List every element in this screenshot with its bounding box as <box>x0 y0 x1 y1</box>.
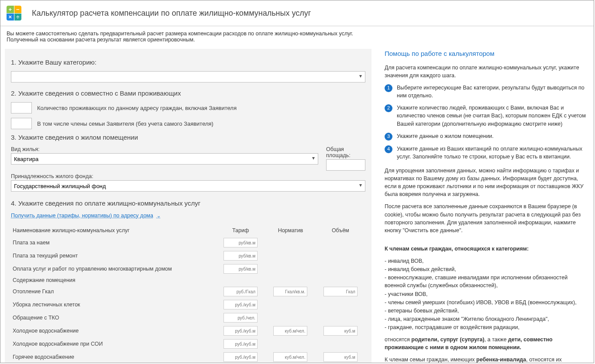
family-label: В том числе члены семьи Заявителя (без у… <box>37 120 213 127</box>
help-step: 4Укажите данные из Ваших квитанций по оп… <box>385 145 587 161</box>
col-volume: Объём <box>316 225 365 236</box>
header: +−×÷ Калькулятор расчета компенсации по … <box>0 0 594 26</box>
col-name: Наименование жилищно-коммунальных услуг <box>11 225 216 236</box>
form-panel: 1. Укажите Вашу категорию: 2. Укажите св… <box>5 49 371 363</box>
step-badge: 2 <box>385 104 392 112</box>
residents-input[interactable] <box>11 102 32 113</box>
service-name: Оплата услуг и работ по управлению много… <box>11 262 216 275</box>
help-step: 3Укажите данные о жилом помещении. <box>385 132 587 141</box>
tariff-input[interactable] <box>224 251 258 261</box>
step-badge: 3 <box>385 133 392 141</box>
step1-title: 1. Укажите Вашу категорию: <box>11 58 365 66</box>
tariff-input[interactable] <box>224 352 258 362</box>
help-step: 1Выберите интересующие Вас категории, ре… <box>385 84 587 100</box>
residents-label: Количество проживающих по данному адресу… <box>37 105 237 111</box>
category-select[interactable] <box>11 71 365 82</box>
tariff-input[interactable] <box>224 264 258 274</box>
fund-label: Принадлежность жилого фонда: <box>11 173 365 179</box>
tariff-input[interactable] <box>224 238 258 247</box>
volume-input[interactable] <box>323 352 358 362</box>
norm-input[interactable] <box>273 287 307 296</box>
service-name: Содержание помещения <box>11 275 216 285</box>
help-intro: Для расчета компенсации по оплате жилищн… <box>385 64 587 79</box>
step2-title: 2. Укажите сведения о совместно с Вами п… <box>11 89 365 97</box>
table-row: Оплата услуг и работ по управлению много… <box>11 262 365 275</box>
service-name: Горячее водоснабжение <box>11 350 216 363</box>
step4-title: 4. Укажите сведения по оплате жилищно-ко… <box>11 199 365 207</box>
table-row: Горячее водоснабжение <box>11 350 365 363</box>
table-row: Плата за наем <box>11 236 365 249</box>
service-name: Обращение с ТКО <box>11 311 216 324</box>
norm-input[interactable] <box>273 352 307 362</box>
help-step: 2Укажите количество людей, проживающих с… <box>385 104 587 127</box>
step3-title: 3. Укажите сведения о жилом помещении <box>11 134 365 141</box>
step-badge: 1 <box>385 84 392 92</box>
category-list: - инвалид ВОВ,- инвалид боевых действий,… <box>385 257 587 331</box>
step-badge: 4 <box>385 145 392 153</box>
service-name: Отопление Гкал <box>11 285 216 298</box>
get-data-link[interactable]: Получить данные (тарифы, нормативы) по а… <box>11 213 161 219</box>
help-steps-list: 1Выберите интересующие Вас категории, ре… <box>385 84 587 161</box>
table-row: Обращение с ТКО <box>11 311 365 324</box>
housing-type-select[interactable]: Квартира <box>11 153 318 165</box>
table-row: Холодное водоснабжение <box>11 324 365 337</box>
service-name: Холодное водоснабжение <box>11 324 216 337</box>
family-input[interactable] <box>11 118 32 129</box>
area-label: Общая площадь: <box>326 146 365 158</box>
table-row: Плата за текущий ремонт <box>11 249 365 262</box>
tariff-input[interactable] <box>224 326 258 336</box>
chevron-down-icon: ⌄ <box>157 213 161 219</box>
help-panel: Помощь по работе с калькулятором Для рас… <box>380 49 589 363</box>
tariff-input[interactable] <box>224 287 258 296</box>
table-row: Отопление Гкал <box>11 285 365 298</box>
fund-select[interactable]: Государственный жилищный фонд <box>11 180 365 192</box>
col-tariff: Тариф <box>216 225 265 236</box>
service-name: Плата за текущий ремонт <box>11 249 216 262</box>
col-norm: Норматив <box>265 225 315 236</box>
service-name: Холодное водоснабжение при СОИ <box>11 337 216 350</box>
volume-input[interactable] <box>323 326 358 336</box>
housing-type-label: Вид жилья: <box>11 146 318 152</box>
page-title: Калькулятор расчета компенсации по оплат… <box>32 9 311 18</box>
tariff-input[interactable] <box>224 313 258 323</box>
intro-text: Вы можете самостоятельно сделать предвар… <box>0 26 594 49</box>
table-row: Содержание помещения <box>11 275 365 285</box>
table-row: Уборка лестничных клеток <box>11 298 365 311</box>
tariff-input[interactable] <box>224 300 258 309</box>
service-name: Плата за наем <box>11 236 216 249</box>
service-name: Уборка лестничных клеток <box>11 298 216 311</box>
tariff-input[interactable] <box>224 339 258 349</box>
volume-input[interactable] <box>323 287 358 296</box>
calculator-logo-icon: +−×÷ <box>7 6 21 21</box>
services-table: Наименование жилищно-коммунальных услуг … <box>11 225 365 363</box>
area-input[interactable] <box>326 159 365 171</box>
help-title: Помощь по работе с калькулятором <box>385 49 587 58</box>
norm-input[interactable] <box>273 326 307 336</box>
table-row: Холодное водоснабжение при СОИ <box>11 337 365 350</box>
